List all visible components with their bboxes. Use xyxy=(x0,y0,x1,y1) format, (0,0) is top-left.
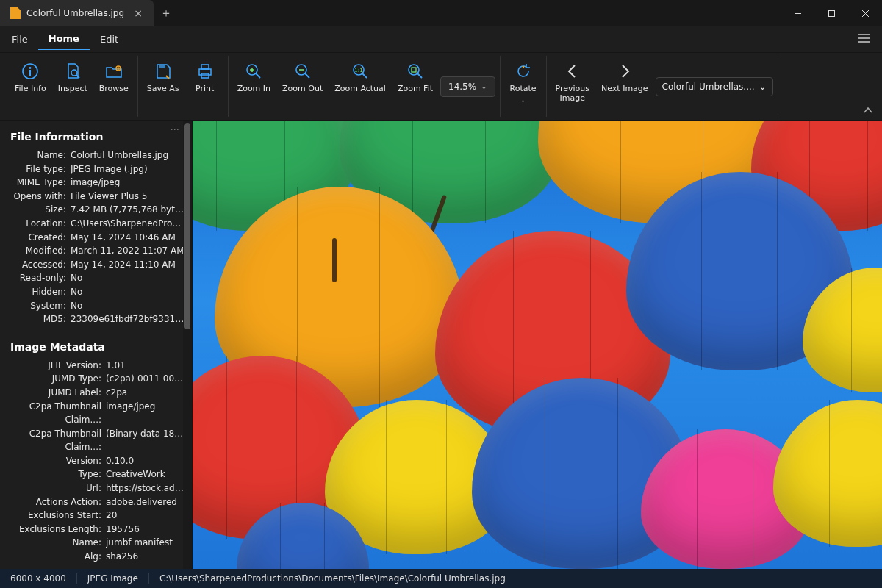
previous-image-button[interactable]: Previous Image xyxy=(551,59,595,106)
info-key: JUMD Label: xyxy=(7,386,101,400)
inspect-icon xyxy=(63,62,82,81)
info-value: Colorful Umbrellas.jpg xyxy=(71,148,186,162)
info-value: 0.10.0 xyxy=(106,454,186,468)
status-bar: 6000 x 4000 JPEG Image C:\Users\Sharpene… xyxy=(0,569,882,588)
ribbon-group-nav: Previous Image Next Image Colorful Umbre… xyxy=(547,56,778,117)
info-key: JFIF Version: xyxy=(7,359,101,373)
info-row: Version:0.10.0 xyxy=(7,454,186,468)
info-row: Actions Action:adobe.delivered xyxy=(7,495,186,509)
info-row: JFIF Version:1.01 xyxy=(7,359,186,373)
ribbon-group-info: File Info Inspect Browse xyxy=(6,56,138,117)
chevron-down-icon: ⌄ xyxy=(759,82,767,92)
info-row: Alg:sha256 xyxy=(7,550,186,564)
zoom-in-icon xyxy=(244,62,263,81)
zoom-percent-dropdown[interactable]: 14.5% ⌄ xyxy=(440,76,495,97)
metadata-table: JFIF Version:1.01JUMD Type:(c2pa)-0011-0… xyxy=(7,359,186,564)
info-value: image/jpeg xyxy=(106,400,186,427)
hamburger-menu-button[interactable] xyxy=(848,34,881,45)
info-key: Modified: xyxy=(7,244,66,258)
panel-menu-button[interactable]: ⋮ xyxy=(170,125,180,132)
zoom-actual-button[interactable]: 1:1 Zoom Actual xyxy=(330,59,390,96)
print-icon xyxy=(196,62,215,81)
info-value: No xyxy=(71,271,186,285)
info-key: Version: xyxy=(7,454,101,468)
info-row: Accessed:May 14, 2024 11:10 AM xyxy=(7,258,186,272)
info-value: CreativeWork xyxy=(106,467,186,481)
save-icon xyxy=(154,62,173,81)
save-as-button[interactable]: Save As xyxy=(143,59,184,96)
info-key: Created: xyxy=(7,231,66,245)
file-info-button[interactable]: File Info xyxy=(10,59,51,96)
maximize-button[interactable] xyxy=(814,0,848,26)
new-tab-button[interactable]: ＋ xyxy=(154,0,179,26)
info-key: Url: xyxy=(7,481,101,495)
chevron-down-icon: ⌄ xyxy=(481,82,487,90)
info-key: System: xyxy=(7,299,66,313)
svg-rect-3 xyxy=(29,70,31,76)
info-value: jumbf manifest xyxy=(106,536,186,550)
side-panel: ⋮ File Information Name:Colorful Umbrell… xyxy=(0,121,193,569)
minimize-button[interactable] xyxy=(781,0,814,26)
svg-rect-15 xyxy=(412,68,416,72)
menu-home[interactable]: Home xyxy=(38,29,90,50)
info-row: Created:May 14, 2024 10:46 AM xyxy=(7,231,186,245)
svg-point-2 xyxy=(29,67,32,69)
info-key: Read-only: xyxy=(7,271,66,285)
info-value: c2pa xyxy=(106,386,186,400)
zoom-out-icon xyxy=(293,62,312,81)
collapse-ribbon-button[interactable] xyxy=(860,104,876,117)
zoom-out-button[interactable]: Zoom Out xyxy=(278,59,327,96)
section-title-metadata: Image Metadata xyxy=(10,341,186,353)
info-key: Actions Action: xyxy=(7,495,101,509)
image-canvas xyxy=(193,121,882,569)
image-viewport[interactable] xyxy=(193,121,882,569)
info-value: (c2pa)-0011-0010-... xyxy=(106,372,186,386)
info-key: C2pa Thumbnail Claim...: xyxy=(7,400,101,427)
zoom-actual-icon: 1:1 xyxy=(351,62,370,81)
rotate-icon xyxy=(514,62,533,81)
status-dimensions: 6000 x 4000 xyxy=(0,573,77,584)
info-row: Url:https://stock.adob... xyxy=(7,481,186,495)
chevron-left-icon xyxy=(563,62,582,81)
panel-scrollbar[interactable] xyxy=(183,121,192,569)
info-key: C2pa Thumbnail Claim...: xyxy=(7,427,101,454)
info-row: Exclusions Start:20 xyxy=(7,509,186,523)
inspect-button[interactable]: Inspect xyxy=(54,59,92,96)
close-window-button[interactable] xyxy=(848,0,882,26)
info-key: Hidden: xyxy=(7,285,66,299)
info-row: Location:C:\Users\SharpenedProdu... xyxy=(7,217,186,231)
info-row: System:No xyxy=(7,299,186,313)
next-image-button[interactable]: Next Image xyxy=(597,59,653,96)
svg-rect-6 xyxy=(159,65,165,68)
file-info-table: Name:Colorful Umbrellas.jpgFile type:JPE… xyxy=(7,148,186,326)
image-selector-dropdown[interactable]: Colorful Umbrellas.... ⌄ xyxy=(656,77,773,96)
info-icon xyxy=(21,62,40,81)
chevron-right-icon xyxy=(615,62,634,81)
scrollbar-thumb[interactable] xyxy=(184,123,190,329)
print-button[interactable]: Print xyxy=(187,59,223,96)
menu-file[interactable]: File xyxy=(1,29,38,49)
info-value: March 11, 2022 11:07 AM xyxy=(71,244,186,258)
info-key: MD5: xyxy=(7,312,66,326)
close-tab-button[interactable]: × xyxy=(130,7,146,19)
svg-point-4 xyxy=(71,70,77,76)
rotate-button[interactable]: Rotate ⌄ xyxy=(505,59,542,107)
info-row: File type:JPEG Image (.jpg) xyxy=(7,162,186,176)
info-row: Name:jumbf manifest xyxy=(7,536,186,550)
svg-point-16 xyxy=(522,66,524,68)
tab-title: Colorful Umbrellas.jpg xyxy=(26,8,124,18)
info-key: Alg: xyxy=(7,550,101,564)
browse-button[interactable]: Browse xyxy=(95,59,133,96)
info-key: Name: xyxy=(7,536,101,550)
zoom-in-button[interactable]: Zoom In xyxy=(233,59,275,96)
info-key: Location: xyxy=(7,217,66,231)
menu-edit[interactable]: Edit xyxy=(90,29,129,49)
info-row: Modified:March 11, 2022 11:07 AM xyxy=(7,244,186,258)
menu-bar: File Home Edit xyxy=(0,26,882,53)
section-title-file-info: File Information xyxy=(10,131,186,143)
info-value: (Binary data 18621... xyxy=(106,427,186,454)
zoom-fit-button[interactable]: Zoom Fit xyxy=(393,59,437,96)
info-key: MIME Type: xyxy=(7,176,66,190)
window-tab[interactable]: Colorful Umbrellas.jpg × xyxy=(0,0,154,26)
folder-icon xyxy=(104,62,123,81)
